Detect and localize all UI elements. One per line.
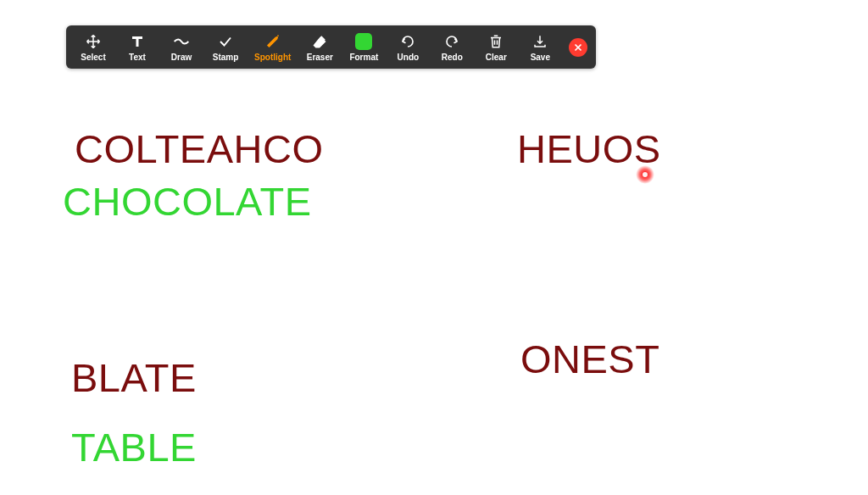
whiteboard-canvas[interactable]: COLTEAHCO CHOCOLATE HEUOS BLATE TABLE ON… — [0, 0, 868, 495]
answer-word-2: TABLE — [71, 424, 197, 470]
scrambled-word-1: COLTEAHCO — [75, 125, 324, 172]
answer-word-1: CHOCOLATE — [63, 178, 312, 225]
scrambled-word-3: BLATE — [71, 354, 197, 401]
scrambled-word-4: ONEST — [520, 336, 659, 382]
scrambled-word-2: HEUOS — [517, 125, 661, 172]
